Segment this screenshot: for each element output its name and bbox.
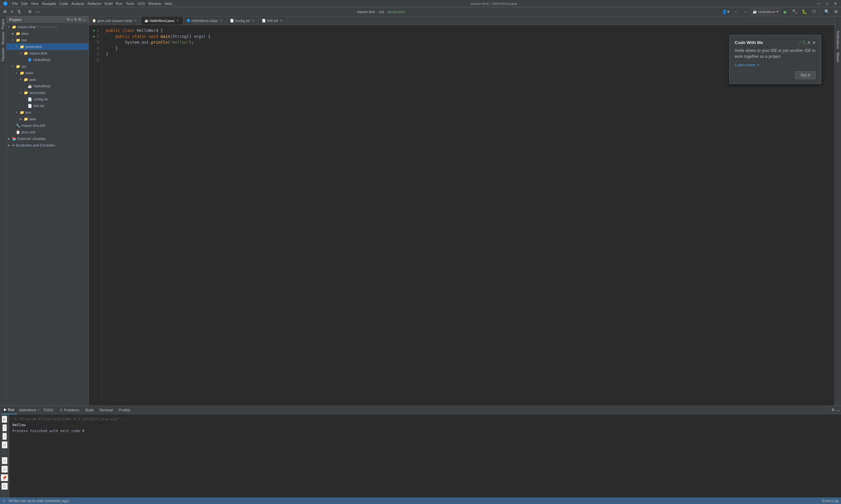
toolbar-list-btn[interactable]: ≡ [9, 8, 15, 15]
notifications-icon[interactable]: Notifications [836, 30, 840, 50]
bottom-tab-profiler[interactable]: Profiler [116, 406, 133, 414]
coverage-btn[interactable]: 🛡 [810, 8, 818, 15]
panel-tool-minimize[interactable]: — [82, 17, 86, 22]
tree-item-test[interactable]: ▾ 📁 test [6, 109, 88, 116]
popup-down-arrow[interactable]: ∨ [812, 40, 816, 45]
toolbar-minimize-btn[interactable]: — [34, 8, 42, 15]
run-indicator-2[interactable]: ▶ [93, 34, 96, 39]
toolbar-settings-btn[interactable]: ⚙ [1, 8, 8, 15]
tree-item-ext-libs[interactable]: ▶ 📚 External Libraries [6, 136, 88, 142]
console-filter-btn[interactable]: 🖨 [1, 466, 8, 473]
event-log-link[interactable]: Event Log [822, 499, 838, 503]
code-editor[interactable]: ▶ 1 ▶ 2 3 4 5 6 [89, 25, 835, 406]
got-it-button[interactable]: Got It [795, 71, 816, 79]
tree-item-main[interactable]: ▾ 📁 main [6, 70, 88, 76]
maven-icon[interactable]: Maven [836, 51, 840, 64]
console-scroll-btn[interactable]: ⊞ [2, 441, 7, 449]
tree-item-helloword-class[interactable]: ▶ 🔷 HelloWord [6, 56, 88, 63]
tree-item-config[interactable]: ▶ 📄 config.txt [6, 96, 88, 103]
menu-analyze[interactable]: Analyze [71, 2, 84, 5]
tab-close-hhh[interactable]: ✕ [279, 18, 283, 23]
run-tab-close[interactable]: ✕ [37, 408, 40, 412]
tab-helloword-class[interactable]: 🔷 HelloWord.class ✕ [183, 16, 227, 25]
tree-item-helloword-java[interactable]: ▶ ☕ HelloWord [6, 83, 88, 89]
menu-code[interactable]: Code [59, 2, 68, 5]
menu-file[interactable]: File [12, 2, 18, 5]
console-wrap-btn[interactable]: ⊟ [2, 457, 7, 464]
bottom-minimize-btn[interactable]: — [836, 408, 840, 412]
console-delete-btn[interactable]: 🗑 [1, 483, 8, 490]
tree-label-idea: idea [21, 31, 28, 36]
favorites-sidebar-toggle[interactable]: Favorites [0, 47, 6, 62]
tab-close-pom[interactable]: ✕ [134, 18, 137, 23]
close-button[interactable]: ✕ [833, 1, 838, 6]
panel-tool-config[interactable]: ⚙ [78, 17, 81, 22]
tab-close-config[interactable]: ✕ [251, 18, 255, 23]
menu-window[interactable]: Window [148, 2, 161, 5]
tree-item-idea[interactable]: ▶ 📁 idea [6, 30, 88, 37]
tree-item-maven-production[interactable]: ▾ 📁 maven-first [6, 50, 88, 56]
tab-pom-xml[interactable]: 📋 pom.xml (maven-first) ✕ [89, 16, 141, 25]
console-clear-btn[interactable]: ↓ [2, 433, 7, 440]
bottom-tab-problems[interactable]: ⚠ Problems [57, 406, 82, 414]
menu-help[interactable]: Help [165, 2, 172, 5]
maximize-button[interactable]: □ [825, 1, 830, 6]
code-content[interactable]: public class HelloWord { public static v… [102, 25, 835, 406]
panel-tool-settings[interactable]: ⚙ [67, 17, 70, 22]
menu-edit[interactable]: Edit [21, 2, 28, 5]
tab-close-class[interactable]: ✕ [219, 18, 223, 23]
panel-tool-sort[interactable]: ⇅ [74, 17, 77, 22]
build-btn[interactable]: 🔨 [790, 8, 799, 15]
console-restart-btn[interactable]: ▶ [2, 416, 7, 423]
popup-up-arrow[interactable]: ∧ [807, 40, 810, 45]
user-btn[interactable]: 👤▾ [720, 8, 731, 15]
tree-item-java-main[interactable]: ▾ 📁 java [6, 76, 88, 83]
tree-item-hhh[interactable]: ▶ 📄 hhh.txt [6, 103, 88, 109]
tree-item-project-root[interactable]: ▾ 📁 maven-first D:\maven-first [6, 24, 88, 30]
bottom-tab-todo[interactable]: TODO [40, 406, 56, 414]
bottom-tab-run[interactable]: ▶ Run [1, 406, 17, 414]
minimize-button[interactable]: — [816, 1, 822, 6]
debug-btn[interactable]: 🐛 [800, 8, 809, 15]
toolbar-sort-btn[interactable]: ⇅ [16, 8, 23, 15]
menu-build[interactable]: Build [105, 2, 113, 5]
console-pin-btn[interactable]: 📌 [1, 474, 8, 481]
tree-item-scratches[interactable]: ▶ ✏ Scratches and Consoles [6, 142, 88, 148]
tab-hhh-txt[interactable]: 📄 hhh.txt ✕ [258, 16, 287, 25]
run-button[interactable]: ▶ [782, 8, 789, 15]
menu-refactor[interactable]: Refactor [87, 2, 101, 5]
back-btn[interactable]: ← [733, 8, 740, 15]
search-everywhere-btn[interactable]: 🔍 [823, 8, 831, 15]
run-config-selector[interactable]: ☕ HelloWord ▾ [750, 8, 781, 15]
tree-item-resources[interactable]: ▾ 📁 resources [6, 89, 88, 96]
popup-learn-more-link[interactable]: Learn more [735, 63, 755, 67]
tab-close-java[interactable]: ✕ [176, 18, 179, 23]
tree-item-java-test[interactable]: ▶ 📁 java [6, 116, 88, 122]
menu-run[interactable]: Run [116, 2, 122, 5]
console-stop-btn[interactable]: ↑ [2, 424, 7, 431]
tree-item-pom[interactable]: ▶ 📋 pom.xml [6, 129, 88, 136]
menu-view[interactable]: View [31, 2, 39, 5]
panel-tool-list[interactable]: ≡ [71, 17, 73, 22]
forward-btn[interactable]: → [741, 8, 749, 15]
menu-vcs[interactable]: VCS [137, 2, 145, 5]
tree-item-iml[interactable]: ▶ 🔧 maven-first.iml [6, 122, 88, 129]
num-5: 5 [97, 51, 99, 57]
tree-item-src[interactable]: ▾ 📁 src [6, 63, 88, 70]
bottom-tab-terminal[interactable]: Terminal [97, 406, 116, 414]
tab-config-txt[interactable]: 📄 config.txt ✕ [227, 16, 258, 25]
menu-tools[interactable]: Tools [126, 2, 134, 5]
toolbar-config-btn[interactable]: ⚙ [26, 8, 34, 15]
bottom-settings-btn[interactable]: ⚙ [831, 408, 835, 412]
menu-navigate[interactable]: Navigate [42, 2, 56, 5]
tree-item-out[interactable]: ▾ 📁 out [6, 37, 88, 43]
run-indicator-1[interactable]: ▶ [93, 28, 96, 34]
project-sidebar-toggle[interactable]: Project [0, 18, 6, 30]
tab-helloword-java[interactable]: ☕ HelloWord.java ✕ [141, 16, 183, 25]
structure-sidebar-toggle[interactable]: Structure [0, 31, 6, 46]
tree-item-production[interactable]: ▾ 📁 production [6, 43, 88, 50]
settings-btn[interactable]: ⚙ [833, 8, 840, 15]
console-area[interactable]: "C:\Program Files\Java\jdk1.8.0_221\bin\… [9, 414, 841, 498]
main-area: Project Structure Favorites Project ⚙ ≡ … [0, 16, 841, 406]
bottom-tab-build[interactable]: Build [83, 406, 96, 414]
